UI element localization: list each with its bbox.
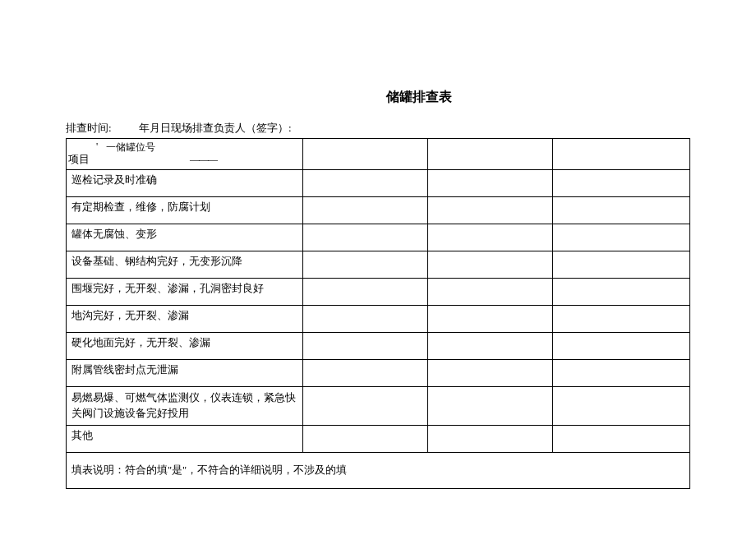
row-cell [553, 387, 690, 426]
instruction-text: 填表说明：符合的填"是"，不符合的详细说明，不涉及的填 [67, 452, 690, 488]
row-cell [553, 360, 690, 387]
table-row: 有定期检查，维修，防腐计划 [67, 197, 690, 224]
header-apostrophe: ' [96, 141, 98, 153]
row-cell [303, 387, 428, 426]
row-cell [303, 425, 428, 452]
row-cell [303, 170, 428, 197]
document-title: 储罐排查表 [148, 89, 690, 106]
table-row: 硬化地面完好，无开裂、渗漏 [67, 333, 690, 360]
row-cell [303, 279, 428, 306]
table-row: 围堰完好，无开裂、渗漏，孔洞密封良好 [67, 279, 690, 306]
row-cell [553, 306, 690, 333]
row-cell [553, 279, 690, 306]
row-label: 附属管线密封点无泄漏 [67, 360, 303, 387]
table-row: 设备基础、钢结构完好，无变形沉降 [67, 251, 690, 279]
row-label: 设备基础、钢结构完好，无变形沉降 [67, 251, 303, 279]
table-row: 附属管线密封点无泄漏 [67, 360, 690, 387]
table-row: 易燃易爆、可燃气体监测仪，仪表连锁，紧急快关阀门设施设备完好投用 [67, 387, 690, 426]
header-dash: ——— [190, 154, 217, 166]
header-cell-project: ' 一储罐位号 项目 ——— [67, 139, 303, 170]
inspection-time-label: 排查时间: [66, 121, 112, 136]
page: 储罐排查表 排查时间: 年月日现场排查负责人（签字）: ' 一储罐位号 项目 —… [0, 0, 756, 489]
row-label: 有定期检查，维修，防腐计划 [67, 197, 303, 224]
header-project-label: 项目 [68, 153, 90, 167]
row-label: 罐体无腐蚀、变形 [67, 224, 303, 251]
row-cell [428, 224, 553, 251]
row-label: 地沟完好，无开裂、渗漏 [67, 306, 303, 333]
row-cell [303, 360, 428, 387]
row-cell [553, 333, 690, 360]
table-row: 地沟完好，无开裂、渗漏 [67, 306, 690, 333]
row-label: 硬化地面完好，无开裂、渗漏 [67, 333, 303, 360]
row-cell [428, 306, 553, 333]
row-cell [303, 224, 428, 251]
table-row: 罐体无腐蚀、变形 [67, 224, 690, 251]
row-cell [553, 425, 690, 452]
instruction-row: 填表说明：符合的填"是"，不符合的详细说明，不涉及的填 [67, 452, 690, 488]
row-cell [428, 170, 553, 197]
row-cell [428, 279, 553, 306]
table-header-row: ' 一储罐位号 项目 ——— [67, 139, 690, 170]
header-col-2 [303, 139, 428, 170]
header-col-3 [428, 139, 553, 170]
meta-line: 排查时间: 年月日现场排查负责人（签字）: [66, 121, 690, 136]
row-cell [303, 333, 428, 360]
row-cell [553, 224, 690, 251]
inspection-table: ' 一储罐位号 项目 ——— 巡检记录及时准确 有定期检查，维修，防腐计划 罐体… [66, 138, 690, 489]
row-cell [553, 251, 690, 279]
row-cell [428, 251, 553, 279]
table-row: 巡检记录及时准确 [67, 170, 690, 197]
row-cell [303, 197, 428, 224]
row-cell [428, 333, 553, 360]
row-cell [428, 360, 553, 387]
row-cell [303, 306, 428, 333]
table-row: 其他 [67, 425, 690, 452]
header-col-4 [553, 139, 690, 170]
row-label: 易燃易爆、可燃气体监测仪，仪表连锁，紧急快关阀门设施设备完好投用 [67, 387, 303, 426]
row-cell [303, 251, 428, 279]
inspection-date-signer: 年月日现场排查负责人（签字）: [139, 122, 292, 134]
row-cell [428, 197, 553, 224]
header-tank-number: 一储罐位号 [106, 141, 155, 155]
row-cell [428, 425, 553, 452]
row-cell [553, 170, 690, 197]
row-cell [553, 197, 690, 224]
row-cell [428, 387, 553, 426]
row-label: 围堰完好，无开裂、渗漏，孔洞密封良好 [67, 279, 303, 306]
row-label: 其他 [67, 425, 303, 452]
row-label: 巡检记录及时准确 [67, 170, 303, 197]
